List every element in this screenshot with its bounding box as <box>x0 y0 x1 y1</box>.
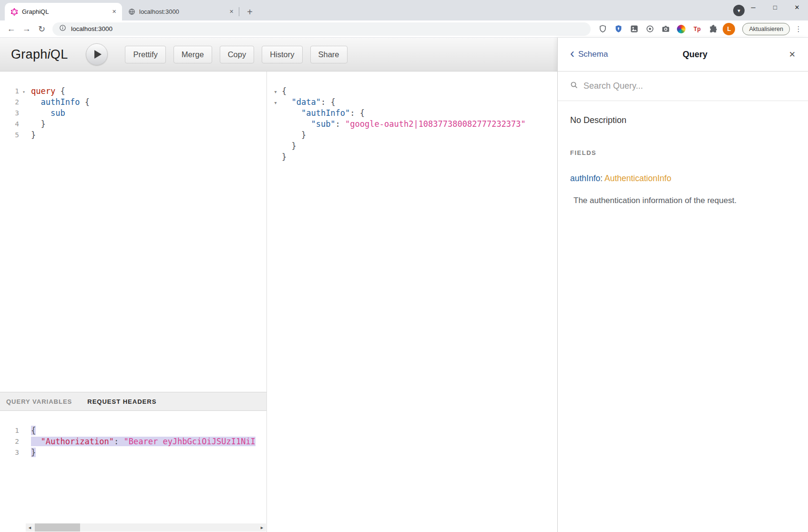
fold-icon[interactable]: ▾ <box>22 86 25 97</box>
share-button[interactable]: Share <box>310 46 348 63</box>
search-icon <box>570 81 578 91</box>
code-line: "authInfo": { <box>282 108 557 119</box>
field-description: The authentication information of the re… <box>573 196 796 205</box>
record-icon[interactable] <box>644 23 655 35</box>
line-number: 2 <box>0 436 26 447</box>
reload-button[interactable]: ↻ <box>35 22 48 35</box>
shield-icon[interactable] <box>597 23 608 35</box>
line-number: 5 <box>0 130 26 141</box>
tab-request-headers[interactable]: REQUEST HEADERS <box>87 398 156 405</box>
code-line: "data": { <box>282 97 557 108</box>
browser-toolbar: ← → ↻ localhost:3000 <box>0 20 808 38</box>
scroll-right-icon[interactable]: ► <box>258 523 266 532</box>
line-number: 2 <box>0 97 26 108</box>
shield-lock-icon[interactable] <box>613 23 624 35</box>
code-line: { <box>282 86 557 97</box>
line-number: 3 <box>0 447 26 458</box>
maximize-button[interactable]: □ <box>764 0 786 15</box>
color-wheel-icon[interactable] <box>675 23 687 35</box>
play-icon <box>94 50 102 59</box>
doc-explorer: ‹ Schema Query ✕ No Description FIELDS <box>557 38 808 532</box>
headers-editor-code[interactable]: { "Authorization": "Bearer eyJhbGciOiJSU… <box>26 411 266 532</box>
extensions-puzzle-icon[interactable] <box>707 23 718 35</box>
tampermonkey-icon[interactable]: Tp <box>691 23 703 35</box>
back-button[interactable]: ← <box>5 22 18 35</box>
doc-explorer-header: ‹ Schema Query ✕ <box>558 38 808 72</box>
code-line: { <box>31 425 266 436</box>
toolbar-buttons: Prettify Merge Copy History Share <box>125 46 347 63</box>
doc-back-link[interactable]: ‹ Schema <box>570 49 608 60</box>
browser-window: GraphiQL ✕ localhost:3000 ✕ + ▾ ─ □ ✕ ← … <box>0 0 808 532</box>
code-line: } <box>31 119 266 130</box>
headers-editor-gutter: 123 <box>0 411 26 532</box>
doc-explorer-contents: No Description FIELDS authInfo: Authenti… <box>558 101 808 220</box>
browser-tab-strip: GraphiQL ✕ localhost:3000 ✕ + ▾ ─ □ ✕ <box>0 0 808 20</box>
site-info-icon[interactable] <box>59 24 66 33</box>
line-number: 4 <box>0 119 26 130</box>
query-editor[interactable]: 1▾2345 query { authInfo { sub }} <box>0 72 266 392</box>
horizontal-scrollbar[interactable]: ◄ ► <box>26 523 266 532</box>
graphql-logo-icon <box>10 8 18 16</box>
profile-avatar[interactable]: L <box>723 23 735 35</box>
tab-title: localhost:3000 <box>139 8 224 15</box>
fold-icon[interactable]: ▾ <box>272 97 279 108</box>
tab-localhost[interactable]: localhost:3000 ✕ <box>122 3 239 20</box>
code-line: } <box>31 130 266 141</box>
extension-icons: Tp L <box>597 23 735 35</box>
doc-title: Query <box>608 50 782 60</box>
code-line: } <box>31 447 266 458</box>
line-number: 1▾ <box>0 86 26 97</box>
execute-query-button[interactable] <box>86 43 108 65</box>
field-name-link[interactable]: authInfo <box>570 174 600 183</box>
graphiql-app: GraphiQL Prettify Merge Copy History Sha… <box>0 38 557 532</box>
code-line: query { <box>31 86 266 97</box>
browser-update-button[interactable]: Aktualisieren <box>742 23 790 35</box>
scrollbar-thumb[interactable] <box>35 523 80 532</box>
code-line: sub <box>31 108 266 119</box>
graphiql-logo: GraphiQL <box>11 47 68 62</box>
variable-editor-title: QUERY VARIABLES REQUEST HEADERS <box>0 392 266 411</box>
prettify-button[interactable]: Prettify <box>125 46 165 63</box>
image-icon[interactable] <box>628 23 640 35</box>
address-bar[interactable]: localhost:3000 <box>52 22 591 36</box>
code-line: "Authorization": "Bearer eyJhbGciOiJSUzI… <box>31 436 266 447</box>
line-number: 1 <box>0 425 26 436</box>
request-headers-editor[interactable]: 123 { "Authorization": "Bearer eyJhbGciO… <box>0 411 266 532</box>
fold-icon[interactable]: ▾ <box>272 86 279 97</box>
browser-menu-icon[interactable]: ⋮ <box>795 25 802 33</box>
query-editor-code[interactable]: query { authInfo { sub }} <box>26 72 266 392</box>
chevron-left-icon: ‹ <box>570 47 574 60</box>
result-fold-gutter: ▾ ▾ <box>272 86 279 108</box>
doc-back-label: Schema <box>578 50 608 59</box>
query-editor-gutter: 1▾2345 <box>0 72 26 392</box>
tab-graphiql[interactable]: GraphiQL ✕ <box>5 3 122 20</box>
field-type-link[interactable]: AuthenticationInfo <box>604 174 671 183</box>
editors-area: 1▾2345 query { authInfo { sub }} QUERY V… <box>0 72 557 532</box>
code-line: authInfo { <box>31 97 266 108</box>
doc-search-input[interactable] <box>583 81 796 91</box>
main-content: GraphiQL Prettify Merge Copy History Sha… <box>0 38 808 532</box>
tab-title: GraphiQL <box>22 8 106 15</box>
result-pane: ▾ ▾ { "data": { "authInfo": { "sub": "go… <box>267 72 557 532</box>
camera-icon[interactable] <box>660 23 671 35</box>
code-line: "sub": "google-oauth2|108377380082777232… <box>282 119 557 130</box>
globe-icon <box>128 8 135 16</box>
forward-button[interactable]: → <box>20 22 33 35</box>
history-button[interactable]: History <box>262 46 302 63</box>
minimize-button[interactable]: ─ <box>742 0 764 15</box>
doc-close-icon[interactable]: ✕ <box>789 50 796 60</box>
fields-section-label: FIELDS <box>570 149 796 156</box>
copy-button[interactable]: Copy <box>220 46 255 63</box>
schema-description: No Description <box>570 115 796 125</box>
tab-close-icon[interactable]: ✕ <box>110 8 118 16</box>
url-text: localhost:3000 <box>71 25 113 32</box>
scroll-left-icon[interactable]: ◄ <box>26 523 34 532</box>
scrollbar-track[interactable] <box>34 523 258 532</box>
new-tab-button[interactable]: + <box>243 5 256 19</box>
tab-query-variables[interactable]: QUERY VARIABLES <box>6 398 72 405</box>
merge-button[interactable]: Merge <box>174 46 212 63</box>
code-line: } <box>282 141 557 152</box>
field-item: authInfo: AuthenticationInfo <box>570 174 796 184</box>
close-window-button[interactable]: ✕ <box>786 0 808 15</box>
tab-close-icon[interactable]: ✕ <box>227 8 235 16</box>
